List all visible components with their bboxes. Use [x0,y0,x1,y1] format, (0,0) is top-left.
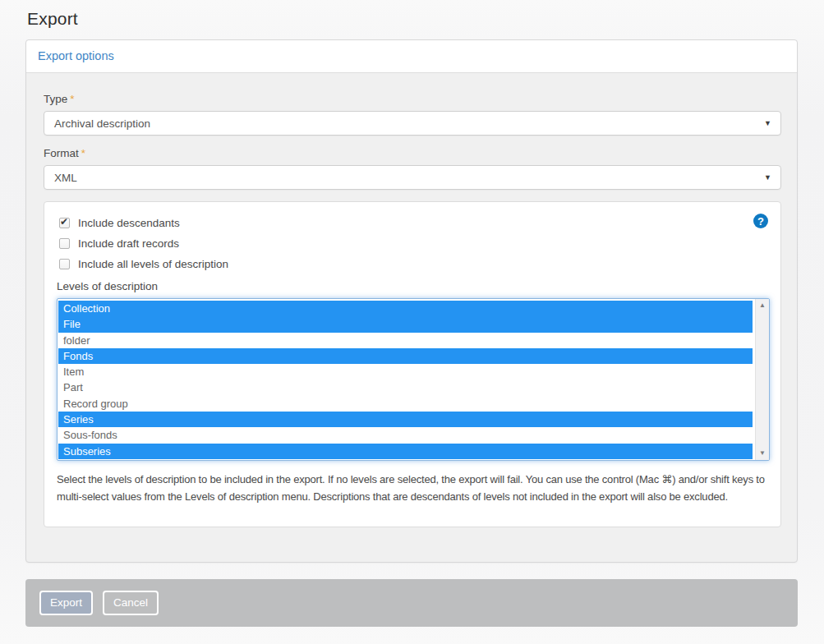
type-label-text: Type [44,93,67,105]
checkbox-row-include-descendants: Include descendants [57,213,768,233]
checkbox-row-include-draft-records: Include draft records [57,233,768,254]
type-select[interactable]: Archival description ▼ [44,111,781,136]
listbox-scrollbar[interactable]: ▲ ▼ [755,299,769,460]
chevron-down-icon: ▼ [764,119,771,127]
include-draft-records-checkbox[interactable] [59,238,70,249]
format-label: Format* [44,147,780,159]
type-field: Type* Archival description ▼ [44,93,780,136]
help-icon[interactable]: ? [753,214,768,228]
export-options-panel: Export options Type* Archival descriptio… [25,39,798,563]
listbox-option-subseries[interactable]: Subseries [58,444,753,459]
format-label-text: Format [44,147,79,159]
options-box: ? Include descendants Include draft reco… [44,201,781,527]
listbox-option-collection[interactable]: Collection [58,301,753,316]
panel-title-link[interactable]: Export options [38,49,114,62]
type-select-value: Archival description [54,117,150,130]
include-descendants-label[interactable]: Include descendants [78,217,180,229]
panel-header: Export options [26,40,797,73]
checkbox-row-include-all-levels: Include all levels of description [57,254,768,274]
chevron-down-icon: ▼ [764,173,771,182]
format-field: Format* XML ▼ [44,147,780,190]
listbox-option-fonds[interactable]: Fonds [58,348,753,364]
action-bar: Export Cancel [25,579,798,627]
type-label: Type* [44,93,780,105]
scroll-up-icon[interactable]: ▲ [759,302,766,309]
listbox-option-series[interactable]: Series [58,412,753,427]
listbox-option-part[interactable]: Part [58,380,753,395]
required-asterisk: * [81,147,85,159]
levels-of-description-label: Levels of description [57,280,768,292]
required-asterisk: * [70,93,74,105]
levels-listbox[interactable]: Collection File folder Fonds Item Part R… [57,298,770,461]
include-all-levels-label[interactable]: Include all levels of description [78,258,228,270]
levels-help-text: Select the levels of description to be i… [57,472,768,506]
listbox-option-file[interactable]: File [58,316,753,332]
cancel-button[interactable]: Cancel [103,591,159,615]
page-title: Export [0,0,824,29]
listbox-option-record-group[interactable]: Record group [58,396,753,412]
listbox-option-folder[interactable]: folder [58,333,753,348]
include-all-levels-checkbox[interactable] [59,259,70,269]
format-select[interactable]: XML ▼ [44,165,781,190]
panel-body: Type* Archival description ▼ Format* XML… [26,73,797,562]
scroll-down-icon[interactable]: ▼ [759,450,766,457]
export-button[interactable]: Export [39,591,93,615]
include-draft-records-label[interactable]: Include draft records [78,237,179,250]
include-descendants-checkbox[interactable] [59,218,70,228]
format-select-value: XML [54,172,77,184]
listbox-option-item[interactable]: Item [58,364,753,380]
listbox-option-sous-fonds[interactable]: Sous-fonds [58,427,753,443]
